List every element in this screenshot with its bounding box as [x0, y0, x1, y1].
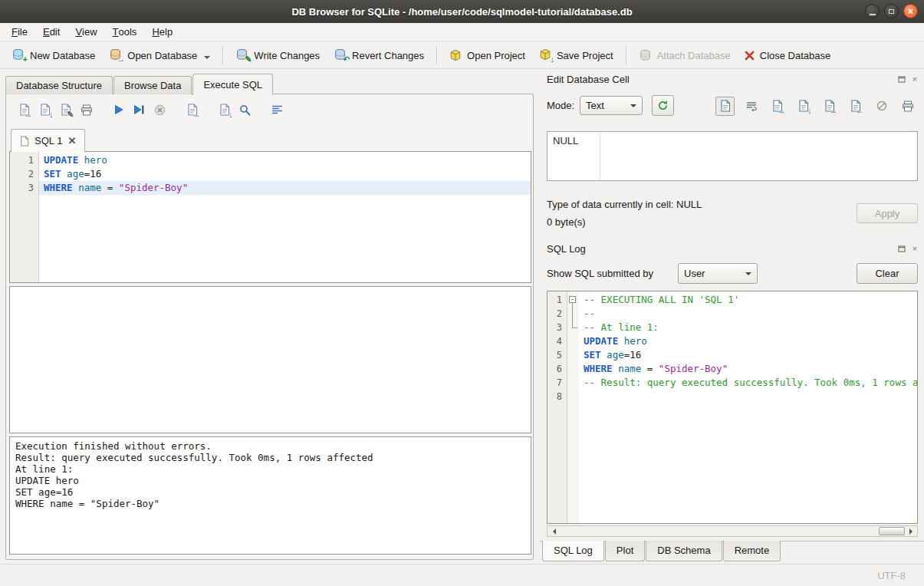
window-controls: × — [865, 4, 918, 18]
save-file-doc-icon[interactable]: ↓ — [794, 97, 813, 116]
line-number: 4 — [547, 334, 567, 348]
close-database-button[interactable]: Close Database — [738, 46, 838, 65]
main-tab-bar: Database StructureBrowse DataExecute SQL — [5, 73, 274, 94]
set-null-icon[interactable] — [872, 97, 891, 116]
fold-marker — [567, 376, 579, 390]
encoding-indicator: UTF-8 — [877, 570, 906, 581]
new-database-button[interactable]: +New Database — [5, 44, 102, 67]
sql-editor[interactable]: 123 UPDATE heroSET age=16WHERE name = "S… — [9, 151, 531, 283]
menu-view[interactable]: View — [67, 23, 104, 41]
auto-switch-mode-button[interactable] — [652, 95, 674, 116]
text-mode-icon[interactable] — [715, 97, 735, 116]
format-sql-icon[interactable] — [267, 100, 288, 120]
close-database-icon — [745, 51, 755, 61]
export-cell-icon[interactable]: ← — [846, 97, 865, 116]
close-tab-icon[interactable]: ✕ — [67, 136, 76, 146]
token: WHERE — [584, 363, 613, 374]
menu-help[interactable]: Help — [144, 23, 180, 41]
token — [601, 349, 607, 360]
save-sql-as-icon[interactable]: ✎ — [55, 100, 76, 120]
line-number: 2 — [547, 307, 567, 321]
float-panel-icon[interactable] — [896, 244, 907, 254]
edit-cell-header: Edit Database Cell × — [547, 72, 920, 86]
print-icon[interactable] — [76, 100, 97, 120]
toolbar-group-gap — [97, 110, 108, 110]
dropdown-arrow-icon[interactable] — [204, 56, 210, 62]
token: -- At line 1: — [584, 321, 659, 333]
revert-changes-icon: ↶ — [334, 48, 347, 63]
output-line: WHERE name = "Spider-Boy" — [15, 498, 525, 509]
menu-file[interactable]: File — [4, 23, 35, 41]
stop-icon[interactable] — [150, 100, 170, 120]
close-panel-icon[interactable]: × — [909, 74, 920, 84]
window-title: DB Browser for SQLite - /home/user/code/… — [0, 6, 924, 18]
toolbar-group-gap — [255, 110, 267, 110]
print-cell-icon[interactable] — [898, 97, 917, 116]
fold-marker[interactable]: - — [567, 293, 579, 307]
tab-db-schema[interactable]: DB Schema — [646, 541, 722, 561]
log-line: -- Result: query executed successfully. … — [579, 376, 917, 390]
open-file-doc-icon[interactable]: → — [768, 97, 787, 116]
close-button[interactable]: × — [903, 4, 918, 18]
line-number: 3 — [10, 181, 38, 195]
open-sql-file-icon[interactable]: → — [14, 100, 35, 120]
token: SET — [44, 168, 61, 179]
cell-editor[interactable]: NULL — [547, 131, 918, 181]
mode-select[interactable]: Text — [580, 96, 643, 115]
line-number: 3 — [547, 321, 567, 334]
menu-tools[interactable]: Tools — [105, 23, 145, 41]
scrollbar-thumb[interactable] — [879, 527, 905, 535]
scroll-right-icon[interactable] — [906, 526, 917, 536]
export-results-icon[interactable]: → — [182, 100, 202, 120]
close-panel-icon[interactable]: × — [909, 244, 920, 254]
write-changes-button[interactable]: ✎Write Changes — [229, 44, 327, 67]
token: -- EXECUTING ALL IN 'SQL 1' — [584, 294, 739, 305]
code-line[interactable]: WHERE name = "Spider-Boy" — [39, 181, 531, 195]
fold-marker — [567, 334, 579, 348]
log-filter-select[interactable]: User — [678, 263, 758, 284]
title-bar[interactable]: DB Browser for SQLite - /home/user/code/… — [0, 0, 924, 23]
sql-log-view[interactable]: 12345678 - -- EXECUTING ALL IN 'SQL 1'--… — [547, 291, 918, 524]
sql-tab[interactable]: SQL 1 ✕ — [11, 129, 85, 152]
sql-editor-text[interactable]: UPDATE heroSET age=16WHERE name = "Spide… — [39, 152, 531, 282]
sql-file-icon — [20, 136, 29, 146]
tab-execute-sql[interactable]: Execute SQL — [192, 74, 273, 95]
open-database-button[interactable]: →Open Database — [102, 44, 217, 67]
tab-browse-data[interactable]: Browse Data — [113, 76, 192, 94]
code-line[interactable]: UPDATE hero — [39, 153, 531, 167]
results-grid[interactable] — [9, 286, 531, 433]
save-results-icon[interactable]: ↓ — [214, 100, 235, 120]
scroll-left-icon[interactable] — [547, 526, 559, 536]
revert-changes-button[interactable]: ↶Revert Changes — [327, 44, 431, 67]
bottom-tab-bar: SQL LogPlotDB SchemaRemote — [542, 541, 781, 561]
attach-database-icon — [639, 49, 652, 61]
minimize-button[interactable] — [865, 4, 880, 18]
float-panel-icon[interactable] — [896, 74, 907, 84]
output-pane: Execution finished without errors.Result… — [9, 436, 531, 555]
token: = — [101, 182, 119, 193]
maximize-button[interactable] — [884, 4, 899, 18]
tab-database-structure[interactable]: Database Structure — [5, 76, 113, 94]
open-project-button[interactable]: Open Project — [442, 45, 532, 65]
word-wrap-icon[interactable] — [742, 97, 761, 116]
log-horizontal-scrollbar[interactable] — [547, 525, 918, 537]
find-replace-icon[interactable] — [235, 100, 255, 120]
tab-sql-log[interactable]: SQL Log — [542, 541, 604, 561]
toolbar-button-label: Write Changes — [254, 50, 320, 61]
new-database-icon: + — [12, 48, 25, 63]
clear-log-button[interactable]: Clear — [857, 263, 918, 284]
save-project-button[interactable]: ↓Save Project — [532, 44, 620, 67]
fold-marker — [567, 307, 579, 321]
save-project-icon: ↓ — [539, 48, 551, 63]
import-cell-icon[interactable]: → — [820, 97, 839, 116]
save-sql-file-icon[interactable]: ↓ — [35, 100, 55, 120]
code-line[interactable]: SET age=16 — [39, 167, 531, 181]
execute-current-line-icon[interactable] — [129, 100, 150, 120]
tab-plot[interactable]: Plot — [605, 541, 645, 561]
execute-all-icon[interactable] — [108, 100, 129, 120]
scrollbar-track[interactable] — [559, 526, 906, 536]
chevron-down-icon — [630, 104, 636, 110]
sql-toolbar: →↓✎→↓ — [14, 100, 288, 120]
menu-edit[interactable]: Edit — [35, 23, 67, 41]
tab-remote[interactable]: Remote — [723, 541, 781, 561]
